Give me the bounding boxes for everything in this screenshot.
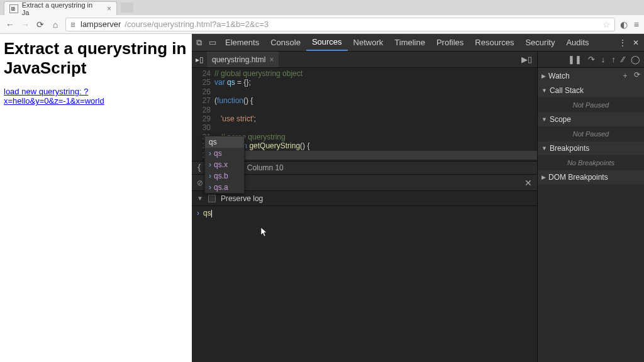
browser-tab[interactable]: 🗎 Extract a querystring in Ja × — [4, 1, 117, 15]
autocomplete-head[interactable]: qs — [205, 136, 244, 148]
editor-tabstrip: ▸▯ querystring.html × ▶▯ — [192, 52, 537, 68]
navigator-toggle-icon[interactable]: ▸▯ — [192, 55, 207, 64]
breakpoints-section-header[interactable]: ▼ Breakpoints — [538, 141, 644, 155]
expand-icon[interactable]: ▼ — [197, 195, 203, 202]
add-watch-icon[interactable]: ＋ — [621, 70, 629, 81]
bookmark-icon[interactable]: ☆ — [602, 19, 611, 30]
devtools-tab-console[interactable]: Console — [265, 34, 306, 51]
new-tab-button[interactable] — [121, 3, 133, 13]
console-input-text: qs — [203, 209, 211, 217]
site-info-icon[interactable]: 🗎 — [70, 21, 77, 28]
page-favicon-icon: 🗎 — [9, 4, 18, 13]
editor-tab[interactable]: querystring.html × — [207, 52, 279, 67]
editor-tab-label: querystring.html — [212, 55, 265, 64]
autocomplete-item[interactable]: ›qs.x — [205, 159, 244, 170]
tab-title: Extract a querystring in Ja — [22, 1, 99, 16]
debugger-controls: ❚❚ ↷ ↓ ↑ ⁄⁄ ◯ — [538, 52, 644, 68]
url-path: /course/querystring.html?a=1&b=2&c=3 — [125, 19, 269, 29]
autocomplete-popup: qs ›qs›qs.x›qs.b›qs.a — [204, 136, 245, 194]
url-host: lampserver — [80, 19, 121, 29]
preserve-log-label: Preserve log — [221, 194, 263, 203]
scope-section-header[interactable]: ▼ Scope — [538, 112, 644, 126]
console-prompt[interactable]: › qs — [192, 206, 537, 220]
mouse-cursor-icon — [261, 228, 269, 238]
devtools-tab-timeline[interactable]: Timeline — [389, 34, 431, 51]
step-out-icon[interactable]: ↑ — [611, 55, 616, 64]
scope-empty: Not Paused — [538, 126, 644, 141]
code-body: // global querystring object var qs = {}… — [214, 69, 537, 160]
home-button[interactable]: ⌂ — [50, 19, 60, 30]
devtools-tab-security[interactable]: Security — [519, 34, 560, 51]
chevron-down-icon: ▼ — [541, 87, 547, 94]
forward-button[interactable]: → — [20, 19, 30, 30]
refresh-watch-icon[interactable]: ⟳ — [634, 70, 640, 81]
debugger-sidebar: ❚❚ ↷ ↓ ↑ ⁄⁄ ◯ ▶ Watch ＋⟳ ▼ Call Stac — [537, 52, 644, 362]
page-heading: Extract a querystring in JavaScript — [4, 39, 188, 78]
device-mode-icon[interactable]: ▭ — [206, 38, 219, 47]
tab-close-icon[interactable]: × — [107, 4, 111, 13]
autocomplete-item[interactable]: ›qs.b — [205, 170, 244, 182]
pause-icon[interactable]: ❚❚ — [568, 55, 582, 64]
console-filter-close-icon[interactable]: ✕ — [525, 178, 532, 188]
chevron-right-icon: ▶ — [541, 73, 546, 79]
devtools-more-icon[interactable]: ⋮ — [619, 38, 626, 47]
step-into-icon[interactable]: ↓ — [601, 55, 606, 64]
devtools-panel: ⧉ ▭ ElementsConsoleSourcesNetworkTimelin… — [192, 34, 644, 362]
editor-tab-close-icon[interactable]: × — [269, 55, 274, 64]
preserve-log-checkbox[interactable] — [208, 195, 216, 202]
browser-toolbar: ← → ⟳ ⌂ 🗎 lampserver/course/querystring.… — [0, 15, 644, 34]
autocomplete-item[interactable]: ›qs.a — [205, 182, 244, 193]
chevron-down-icon: ▼ — [541, 145, 547, 151]
reload-button[interactable]: ⟳ — [35, 19, 45, 30]
autocomplete-item[interactable]: ›qs — [205, 148, 244, 159]
run-snippet-icon[interactable]: ▶▯ — [521, 55, 532, 64]
inspect-element-icon[interactable]: ⧉ — [192, 38, 206, 48]
devtools-tab-sources[interactable]: Sources — [306, 34, 348, 51]
pause-on-exceptions-icon[interactable]: ◯ — [631, 55, 640, 64]
back-button[interactable]: ← — [5, 19, 15, 30]
deactivate-breakpoints-icon[interactable]: ⁄⁄ — [622, 55, 625, 64]
watch-section-header[interactable]: ▶ Watch ＋⟳ — [538, 68, 644, 84]
console-filter-input[interactable] — [209, 178, 518, 187]
dom-breakpoints-section-header[interactable]: ▶ DOM Breakpoints — [538, 170, 644, 184]
devtools-tabs: ⧉ ▭ ElementsConsoleSourcesNetworkTimelin… — [192, 34, 644, 52]
devtools-tab-audits[interactable]: Audits — [560, 34, 594, 51]
address-bar[interactable]: 🗎 lampserver/course/querystring.html?a=1… — [65, 18, 615, 31]
menu-icon[interactable]: ≡ — [634, 19, 639, 30]
clear-console-icon[interactable]: ⊘ — [197, 178, 203, 187]
console-area[interactable]: qs ›qs›qs.x›qs.b›qs.a › qs — [192, 206, 537, 362]
callstack-section-header[interactable]: ▼ Call Stack — [538, 84, 644, 97]
browser-tabstrip: 🗎 Extract a querystring in Ja × — [0, 0, 644, 15]
step-over-icon[interactable]: ↷ — [588, 55, 595, 64]
chevron-right-icon: ▶ — [541, 174, 546, 180]
devtools-close-icon[interactable]: ✕ — [633, 38, 639, 47]
extension-icon[interactable]: ◐ — [620, 19, 628, 30]
breakpoints-empty: No Breakpoints — [538, 155, 644, 170]
load-querystring-link[interactable]: load new querystring: ?x=hello&y=0&z=-1&… — [4, 87, 188, 106]
page-content: Extract a querystring in JavaScript load… — [0, 34, 192, 362]
callstack-empty: Not Paused — [538, 97, 644, 112]
prompt-chevron-icon: › — [197, 209, 199, 217]
devtools-tab-profiles[interactable]: Profiles — [431, 34, 469, 51]
devtools-tab-resources[interactable]: Resources — [469, 34, 519, 51]
devtools-tab-elements[interactable]: Elements — [219, 34, 265, 51]
chevron-down-icon: ▼ — [541, 116, 547, 123]
devtools-tab-network[interactable]: Network — [348, 34, 389, 51]
